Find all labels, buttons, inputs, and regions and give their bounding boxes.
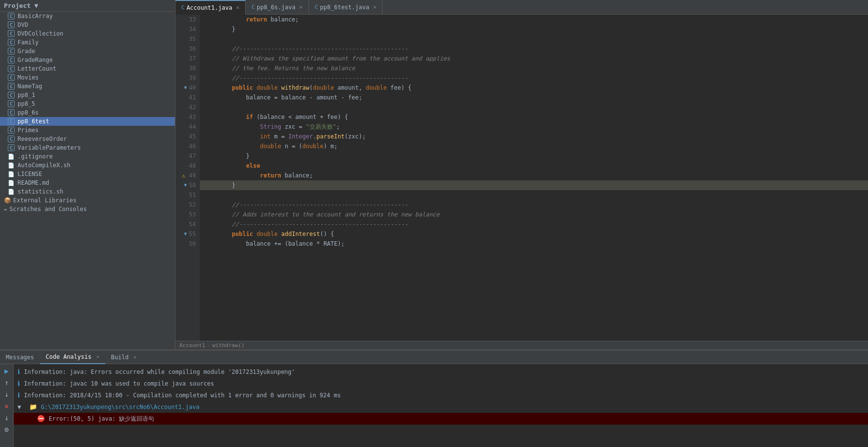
sidebar-item-variableparameters[interactable]: C VariableParameters <box>0 143 175 152</box>
bottom-tab-label: Build <box>111 354 129 361</box>
class-icon: C <box>8 21 15 28</box>
gutter-line-52: 52 <box>175 200 196 210</box>
bottom-tab-build[interactable]: Build ✕ <box>105 350 142 364</box>
sidebar-item-family[interactable]: C Family <box>0 38 175 47</box>
fold-arrow-icon: ▼ <box>182 180 187 190</box>
gutter-line-53: 53 <box>175 210 196 219</box>
tab-pp8-6s[interactable]: C pp8_6s.java ✕ <box>246 0 309 15</box>
sidebar-item-readme[interactable]: 📄 README.md <box>0 178 175 187</box>
sidebar-item-label: pp8_5 <box>18 100 35 107</box>
code-line-33: return balance; <box>200 15 868 24</box>
sidebar-item-nametag[interactable]: C NameTag <box>0 82 175 91</box>
message-text: Information: 2018/4/15 18:00 - Compilati… <box>24 390 341 400</box>
sidebar-item-grade[interactable]: C Grade <box>0 47 175 56</box>
sidebar-item-movies[interactable]: C Movies <box>0 73 175 82</box>
sidebar-section-scratches[interactable]: ✏️ Scratches and Consoles <box>0 205 175 214</box>
sidebar-item-gitignore[interactable]: 📄 .gitignore <box>0 152 175 161</box>
bottom-messages: ℹ Information: java: Errors occurred whi… <box>14 364 868 447</box>
breadcrumb: Account1 › withdraw() <box>175 341 868 350</box>
message-text: Information: javac 10 was used to compil… <box>24 379 214 389</box>
gutter-line-49: ⚠49 <box>175 171 196 180</box>
line-number: 37 <box>189 54 196 63</box>
close-icon[interactable]: ✕ <box>373 4 377 10</box>
sidebar-item-autocompile[interactable]: 📄 AutoCompileX.sh <box>0 161 175 170</box>
sidebar-section-libraries[interactable]: 📦 External Libraries <box>0 196 175 205</box>
info-icon: ℹ <box>18 379 20 389</box>
sidebar-item-label: statistics.sh <box>18 188 63 195</box>
scroll-up-button[interactable]: ↑ <box>2 378 12 388</box>
gutter-line-35: 35 <box>175 34 196 44</box>
close-panel-button[interactable]: ✕ <box>2 401 12 411</box>
class-icon: C <box>8 109 15 116</box>
line-number: 43 <box>189 112 196 122</box>
gutter-line-48: 48 <box>175 161 196 171</box>
tab-label: Account1.java <box>187 4 232 11</box>
close-icon[interactable]: ✕ <box>96 354 99 359</box>
breadcrumb-separator: › <box>207 342 211 349</box>
sidebar-item-pp8-5[interactable]: C pp8_5 <box>0 99 175 108</box>
gutter-line-42: 42 <box>175 102 196 112</box>
close-icon[interactable]: ✕ <box>134 354 136 360</box>
class-icon: C <box>8 65 15 72</box>
code-line-55: public double addInterest() { <box>200 229 868 239</box>
tab-pp8-6test[interactable]: C pp8_6test.java ✕ <box>309 0 383 15</box>
class-icon: C <box>8 127 15 134</box>
sidebar-item-pp8-1[interactable]: C pp8_1 <box>0 91 175 99</box>
class-icon: C <box>8 13 15 19</box>
fold-arrow-icon: ▼ <box>182 229 187 239</box>
sidebar-item-primes[interactable]: C Primes <box>0 126 175 135</box>
tab-label: pp8_6test.java <box>320 4 369 11</box>
sidebar-header[interactable]: Project ▼ <box>0 0 175 12</box>
scroll-down-button[interactable]: ↓ <box>2 389 12 399</box>
class-icon: C <box>8 136 15 142</box>
code-line-43: if (balance < amount + fee) { <box>200 112 868 122</box>
sidebar-item-basicarray[interactable]: C BasicArray <box>0 12 175 20</box>
sidebar-item-graderange[interactable]: C GradeRange <box>0 56 175 64</box>
sidebar-item-reeeverseorder[interactable]: C ReeeverseOrder <box>0 135 175 143</box>
sidebar-item-dvdcollection[interactable]: C DVDCollection <box>0 29 175 38</box>
line-number: 51 <box>189 190 196 200</box>
sidebar-item-dvd[interactable]: C DVD <box>0 20 175 29</box>
bottom-tab-code-analysis[interactable]: Code Analysis ✕ <box>40 350 105 364</box>
sidebar-item-label: DVD <box>18 21 28 28</box>
fold-arrow-icon: ▼ <box>182 83 187 93</box>
settings-button[interactable]: ⚙ <box>2 425 12 434</box>
line-number: 49 <box>189 171 196 180</box>
sidebar-item-license[interactable]: 📄 LICENSE <box>0 170 175 178</box>
line-number: 40 <box>189 83 196 93</box>
run-button[interactable]: ▶ <box>2 366 12 376</box>
gutter-line-50: ▼50 <box>175 180 196 190</box>
scratch-icon: ✏️ <box>4 206 7 213</box>
bottom-panel: Messages Code Analysis ✕ Build ✕ ▶ ↑ ↓ ✕… <box>0 350 868 447</box>
code-line-38: // the fee. Returns the new balance <box>200 63 868 73</box>
gutter-line-55: ▼55 <box>175 229 196 239</box>
close-icon[interactable]: ✕ <box>236 4 240 11</box>
sidebar: Project ▼ C BasicArray C DVD C DVDCollec… <box>0 0 175 350</box>
download-button[interactable]: ↓ <box>2 413 12 423</box>
line-number: 38 <box>189 63 196 73</box>
sidebar-item-lettercount[interactable]: C LetterCount <box>0 64 175 73</box>
message-folder[interactable]: ▼ 📁 G:\20172313yukunpeng\src\srcNo6\Acco… <box>14 401 868 413</box>
sidebar-item-label: pp8_6s <box>18 109 39 116</box>
bottom-tab-messages[interactable]: Messages <box>0 350 40 364</box>
file-icon: 📄 <box>8 189 15 195</box>
gutter-line-38: 38 <box>175 63 196 73</box>
gutter-line-46: 46 <box>175 141 196 151</box>
class-icon: C <box>8 83 15 90</box>
tab-account1[interactable]: C Account1.java ✕ <box>175 0 246 15</box>
gutter-line-47: 47 <box>175 151 196 161</box>
sidebar-item-statistics[interactable]: 📄 statistics.sh <box>0 187 175 196</box>
code-content[interactable]: return balance; } //--------------------… <box>200 15 868 341</box>
class-icon: C <box>8 118 15 125</box>
sidebar-item-pp8-6test[interactable]: C pp8_6test <box>0 117 175 126</box>
tab-bar: C Account1.java ✕ C pp8_6s.java ✕ C pp8_… <box>175 0 868 15</box>
sidebar-item-label: Family <box>18 39 39 46</box>
bottom-panel-inner: ▶ ↑ ↓ ✕ ↓ ⚙ ℹ Information: java: Errors … <box>0 364 868 447</box>
close-icon[interactable]: ✕ <box>299 4 303 10</box>
sidebar-item-label: .gitignore <box>18 153 53 160</box>
code-line-36: //--------------------------------------… <box>200 44 868 54</box>
sidebar-item-pp8-6s[interactable]: C pp8_6s <box>0 108 175 117</box>
line-number: 50 <box>189 180 196 190</box>
breadcrumb-part-1: Account1 <box>179 342 205 349</box>
line-gutter: 33 34 35 36 37 38 39 ▼40 41 42 43 44 45 … <box>175 15 200 341</box>
